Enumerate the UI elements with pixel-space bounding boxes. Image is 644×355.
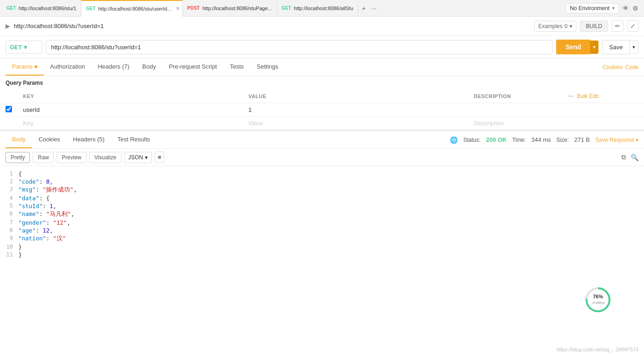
more-tabs-button[interactable]: ···: [369, 4, 379, 13]
tab-method-post-3: POST: [187, 6, 200, 11]
size-label: Size:: [557, 137, 569, 143]
bulk-edit-button[interactable]: Bulk Edit: [577, 93, 598, 99]
tab-method-get-1: GET: [6, 6, 16, 11]
line-number: 4: [0, 195, 18, 201]
col-key: KEY: [17, 90, 243, 103]
visualize-button[interactable]: Visualize: [89, 152, 121, 163]
save-response-button[interactable]: Save Response ▾: [595, 137, 638, 143]
param-description[interactable]: [468, 103, 563, 117]
new-tab-button[interactable]: +: [360, 4, 368, 13]
placeholder-value[interactable]: Value: [243, 117, 468, 130]
tab-allstu[interactable]: GET http://localhost:8086/allStu: [277, 0, 358, 17]
query-params-title: Query Params: [0, 76, 644, 90]
resp-tab-cookies[interactable]: Cookies: [32, 131, 67, 148]
table-row: userId 1: [0, 103, 644, 117]
resp-tab-headers[interactable]: Headers (5): [67, 131, 111, 148]
eye-icon[interactable]: 👁: [622, 5, 629, 12]
tab-settings[interactable]: Settings: [250, 58, 285, 76]
line-content: "name": "马凡利",: [18, 210, 644, 218]
query-params-section: Query Params KEY VALUE DESCRIPTION ··· B…: [0, 76, 644, 130]
tab-headers-label: Headers (7): [98, 63, 130, 70]
tab-url-2: http://localhost:8086/stu/userId...: [98, 6, 172, 12]
method-select[interactable]: GET ▾: [6, 41, 42, 54]
progress-circle: 76% ↑0.06K/s: [584, 286, 612, 314]
placeholder-key[interactable]: Key: [17, 117, 243, 130]
tab-settings-label: Settings: [257, 63, 278, 70]
close-tab-2[interactable]: ✕: [176, 6, 180, 12]
examples-button[interactable]: Examples 0 ▾: [534, 21, 576, 32]
tab-headers[interactable]: Headers (7): [92, 58, 136, 76]
tab-stu1[interactable]: GET http://localhost:8086/stu/1: [2, 0, 81, 17]
tab-authorization[interactable]: Authorization: [44, 58, 92, 76]
line-content: "stuId": 1,: [18, 203, 644, 210]
settings-icon[interactable]: ⚙: [632, 5, 638, 12]
build-button[interactable]: BUILD: [580, 21, 608, 32]
line-number: 1: [0, 170, 18, 177]
search-button[interactable]: 🔍: [631, 154, 638, 161]
code-line: 2 "code": 0,: [0, 178, 644, 186]
resp-tab-test-results[interactable]: Test Results: [111, 131, 156, 148]
tab-url-4: http://localhost:8086/allStu: [294, 6, 353, 11]
save-dropdown[interactable]: ▾: [630, 41, 638, 54]
preview-button[interactable]: Preview: [57, 152, 86, 163]
tab-userId[interactable]: GET http://localhost:8086/stu/userId... …: [81, 0, 183, 17]
code-line: 3 "msg": "操作成功",: [0, 186, 644, 194]
edit-icon[interactable]: ✏: [612, 20, 623, 32]
send-dropdown[interactable]: ▾: [590, 41, 598, 54]
fullscreen-icon[interactable]: ⤢: [627, 20, 638, 32]
tab-body[interactable]: Body: [136, 58, 162, 76]
placeholder-description[interactable]: Description: [468, 117, 563, 130]
resp-tab-body[interactable]: Body: [6, 131, 32, 148]
format-value: JSON: [128, 154, 143, 161]
tab-tests-label: Tests: [230, 63, 244, 70]
line-content: "gender": "12",: [18, 219, 644, 226]
send-button[interactable]: Send: [556, 40, 590, 54]
line-content: "code": 0,: [18, 178, 644, 185]
line-number: 7: [0, 219, 18, 226]
line-content: "data": {: [18, 195, 644, 202]
param-value[interactable]: 1: [243, 103, 468, 117]
resp-tab-headers-label: Headers (5): [73, 136, 105, 143]
tab-prerequest-label: Pre-request Script: [169, 63, 217, 70]
line-number: 10: [0, 244, 18, 250]
col-description: DESCRIPTION: [468, 90, 563, 103]
environment-selector[interactable]: No Environment ▾: [566, 3, 619, 13]
time-label: Time:: [512, 137, 526, 143]
col-actions: ··· Bulk Edit: [563, 90, 644, 103]
save-button[interactable]: Save: [602, 40, 630, 54]
table-row-placeholder: Key Value Description: [0, 117, 644, 130]
row-checkbox[interactable]: [6, 106, 12, 112]
response-toolbar: Pretty Raw Preview Visualize JSON ▾ ≡ ⧉ …: [0, 149, 644, 166]
tab-actions: + ···: [360, 4, 379, 13]
line-content: "nation": "汉": [18, 235, 644, 243]
tab-prerequest[interactable]: Pre-request Script: [162, 58, 224, 76]
progress-sublabel: ↑0.06K/s: [591, 301, 604, 305]
url-input[interactable]: [46, 40, 552, 54]
tab-tests[interactable]: Tests: [224, 58, 250, 76]
line-content: "age": 12,: [18, 227, 644, 234]
examples-count: 0: [564, 23, 568, 29]
format-select[interactable]: JSON ▾: [124, 152, 152, 163]
request-tabs: Params Authorization Headers (7) Body Pr…: [0, 58, 644, 76]
tab-bar-right: No Environment ▾ 👁 ⚙: [566, 3, 642, 13]
wrap-button[interactable]: ≡: [155, 151, 165, 163]
response-status-bar: 🌐 Status: 200 OK Time: 344 ms Size: 271 …: [450, 136, 638, 144]
code-line: 4 "data": {: [0, 194, 644, 202]
tab-stupage[interactable]: POST http://localhost:8086/stuPage...: [183, 0, 277, 17]
raw-button[interactable]: Raw: [33, 152, 54, 163]
code-link[interactable]: Code: [625, 64, 638, 70]
line-content: }: [18, 244, 644, 250]
save-response-chevron: ▾: [636, 137, 638, 143]
more-params-icon[interactable]: ···: [568, 93, 574, 100]
pretty-button[interactable]: Pretty: [6, 152, 30, 163]
copy-button[interactable]: ⧉: [621, 153, 626, 161]
format-chevron: ▾: [145, 154, 148, 161]
tab-method-get-4: GET: [282, 6, 291, 11]
cookies-link[interactable]: Cookies: [603, 64, 622, 70]
tab-params[interactable]: Params: [6, 58, 44, 76]
tab-body-label: Body: [142, 63, 156, 70]
line-content: "msg": "操作成功",: [18, 186, 644, 194]
param-key[interactable]: userId: [17, 103, 243, 117]
code-line: 5 "stuId": 1,: [0, 202, 644, 210]
environment-label: No Environment: [570, 5, 610, 12]
